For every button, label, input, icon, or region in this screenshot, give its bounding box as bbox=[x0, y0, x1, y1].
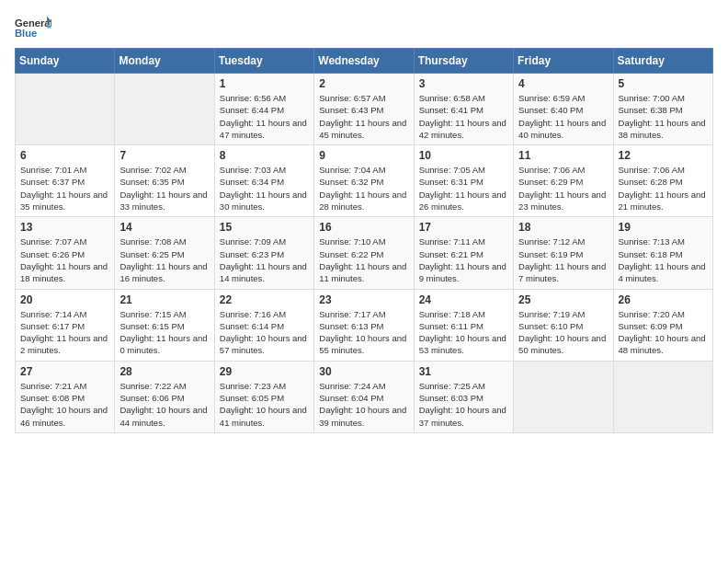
day-detail: Sunrise: 7:24 AMSunset: 6:04 PMDaylight:… bbox=[319, 380, 408, 429]
sunrise-text: Sunrise: 7:04 AM bbox=[319, 164, 408, 176]
sunset-text: Sunset: 6:11 PM bbox=[419, 320, 508, 332]
sunset-text: Sunset: 6:10 PM bbox=[518, 320, 608, 332]
day-detail: Sunrise: 7:16 AMSunset: 6:14 PMDaylight:… bbox=[220, 308, 309, 357]
calendar-cell: 17Sunrise: 7:11 AMSunset: 6:21 PMDayligh… bbox=[414, 217, 513, 289]
sunset-text: Sunset: 6:08 PM bbox=[20, 392, 109, 404]
sunrise-text: Sunrise: 7:10 AM bbox=[319, 236, 408, 247]
sunset-text: Sunset: 6:18 PM bbox=[619, 248, 708, 260]
sunset-text: Sunset: 6:13 PM bbox=[319, 320, 408, 332]
sunrise-text: Sunrise: 6:56 AM bbox=[220, 92, 309, 104]
daylight-text: Daylight: 11 hours and 28 minutes. bbox=[319, 189, 408, 213]
day-number: 21 bbox=[119, 293, 209, 306]
weekday-header-row: SundayMondayTuesdayWednesdayThursdayFrid… bbox=[16, 49, 713, 74]
weekday-header-thursday: Thursday bbox=[414, 49, 513, 74]
day-number: 25 bbox=[518, 293, 608, 306]
svg-text:General: General bbox=[15, 17, 51, 29]
day-detail: Sunrise: 7:00 AMSunset: 6:38 PMDaylight:… bbox=[619, 92, 708, 141]
daylight-text: Daylight: 10 hours and 55 minutes. bbox=[319, 332, 408, 357]
sunrise-text: Sunrise: 7:08 AM bbox=[119, 236, 209, 247]
sunrise-text: Sunrise: 6:57 AM bbox=[319, 92, 408, 104]
calendar-cell bbox=[613, 361, 712, 432]
day-detail: Sunrise: 7:04 AMSunset: 6:32 PMDaylight:… bbox=[319, 164, 408, 213]
sunrise-text: Sunrise: 7:02 AM bbox=[119, 164, 209, 176]
day-detail: Sunrise: 7:05 AMSunset: 6:31 PMDaylight:… bbox=[419, 164, 508, 213]
day-detail: Sunrise: 7:12 AMSunset: 6:19 PMDaylight:… bbox=[518, 236, 608, 284]
day-number: 14 bbox=[119, 221, 209, 234]
daylight-text: Daylight: 11 hours and 9 minutes. bbox=[419, 260, 508, 285]
sunrise-text: Sunrise: 7:19 AM bbox=[518, 308, 608, 320]
calendar-cell: 26Sunrise: 7:20 AMSunset: 6:09 PMDayligh… bbox=[613, 289, 712, 361]
day-number: 11 bbox=[518, 149, 608, 162]
calendar-cell: 3Sunrise: 6:58 AMSunset: 6:41 PMDaylight… bbox=[414, 74, 513, 145]
page-header: General Blue bbox=[15, 15, 713, 40]
day-number: 19 bbox=[619, 221, 708, 234]
day-number: 24 bbox=[419, 293, 508, 306]
sunset-text: Sunset: 6:09 PM bbox=[619, 320, 708, 332]
sunrise-text: Sunrise: 7:18 AM bbox=[419, 308, 508, 320]
daylight-text: Daylight: 10 hours and 44 minutes. bbox=[119, 404, 209, 429]
sunrise-text: Sunrise: 7:16 AM bbox=[220, 308, 309, 320]
day-number: 4 bbox=[518, 77, 608, 90]
sunrise-text: Sunrise: 7:12 AM bbox=[518, 236, 608, 247]
day-number: 10 bbox=[419, 149, 508, 162]
day-detail: Sunrise: 6:58 AMSunset: 6:41 PMDaylight:… bbox=[419, 92, 508, 141]
daylight-text: Daylight: 11 hours and 35 minutes. bbox=[20, 189, 109, 213]
sunset-text: Sunset: 6:37 PM bbox=[20, 176, 109, 188]
sunset-text: Sunset: 6:32 PM bbox=[319, 176, 408, 188]
calendar-cell: 15Sunrise: 7:09 AMSunset: 6:23 PMDayligh… bbox=[214, 217, 313, 289]
sunrise-text: Sunrise: 7:11 AM bbox=[419, 236, 508, 247]
sunset-text: Sunset: 6:35 PM bbox=[119, 176, 209, 188]
sunset-text: Sunset: 6:41 PM bbox=[419, 104, 508, 116]
daylight-text: Daylight: 10 hours and 39 minutes. bbox=[319, 404, 408, 429]
daylight-text: Daylight: 11 hours and 40 minutes. bbox=[518, 117, 608, 142]
sunrise-text: Sunrise: 7:22 AM bbox=[119, 380, 209, 392]
daylight-text: Daylight: 10 hours and 46 minutes. bbox=[20, 404, 109, 429]
weekday-header-saturday: Saturday bbox=[613, 49, 712, 74]
svg-text:Blue: Blue bbox=[15, 28, 37, 39]
sunrise-text: Sunrise: 7:05 AM bbox=[419, 164, 508, 176]
logo: General Blue bbox=[15, 15, 51, 40]
weekday-header-wednesday: Wednesday bbox=[314, 49, 414, 74]
sunset-text: Sunset: 6:22 PM bbox=[319, 248, 408, 260]
calendar-cell: 11Sunrise: 7:06 AMSunset: 6:29 PMDayligh… bbox=[514, 145, 613, 217]
weekday-header-sunday: Sunday bbox=[16, 49, 115, 74]
day-number: 23 bbox=[319, 293, 408, 306]
calendar-cell: 14Sunrise: 7:08 AMSunset: 6:25 PMDayligh… bbox=[115, 217, 214, 289]
daylight-text: Daylight: 11 hours and 30 minutes. bbox=[220, 189, 309, 213]
week-row-3: 13Sunrise: 7:07 AMSunset: 6:26 PMDayligh… bbox=[16, 217, 713, 289]
daylight-text: Daylight: 11 hours and 42 minutes. bbox=[419, 117, 508, 142]
sunset-text: Sunset: 6:19 PM bbox=[518, 248, 608, 260]
calendar-cell: 4Sunrise: 6:59 AMSunset: 6:40 PMDaylight… bbox=[514, 74, 613, 145]
calendar-cell: 9Sunrise: 7:04 AMSunset: 6:32 PMDaylight… bbox=[314, 145, 414, 217]
weekday-header-tuesday: Tuesday bbox=[214, 49, 313, 74]
sunset-text: Sunset: 6:25 PM bbox=[119, 248, 209, 260]
day-number: 16 bbox=[319, 221, 408, 234]
calendar-cell: 25Sunrise: 7:19 AMSunset: 6:10 PMDayligh… bbox=[514, 289, 613, 361]
sunset-text: Sunset: 6:28 PM bbox=[619, 176, 708, 188]
day-number: 26 bbox=[619, 293, 708, 306]
calendar-cell: 30Sunrise: 7:24 AMSunset: 6:04 PMDayligh… bbox=[314, 361, 414, 432]
daylight-text: Daylight: 11 hours and 23 minutes. bbox=[518, 189, 608, 213]
day-number: 1 bbox=[220, 77, 309, 90]
daylight-text: Daylight: 11 hours and 38 minutes. bbox=[619, 117, 708, 142]
day-detail: Sunrise: 7:03 AMSunset: 6:34 PMDaylight:… bbox=[220, 164, 309, 213]
day-number: 30 bbox=[319, 365, 408, 378]
day-detail: Sunrise: 7:08 AMSunset: 6:25 PMDaylight:… bbox=[119, 236, 209, 284]
day-detail: Sunrise: 7:10 AMSunset: 6:22 PMDaylight:… bbox=[319, 236, 408, 284]
day-number: 8 bbox=[220, 149, 309, 162]
sunset-text: Sunset: 6:40 PM bbox=[518, 104, 608, 116]
day-detail: Sunrise: 7:14 AMSunset: 6:17 PMDaylight:… bbox=[20, 308, 109, 357]
sunrise-text: Sunrise: 7:00 AM bbox=[619, 92, 708, 104]
calendar-cell: 18Sunrise: 7:12 AMSunset: 6:19 PMDayligh… bbox=[514, 217, 613, 289]
week-row-5: 27Sunrise: 7:21 AMSunset: 6:08 PMDayligh… bbox=[16, 361, 713, 432]
sunrise-text: Sunrise: 7:01 AM bbox=[20, 164, 109, 176]
day-detail: Sunrise: 7:07 AMSunset: 6:26 PMDaylight:… bbox=[20, 236, 109, 284]
calendar-table: SundayMondayTuesdayWednesdayThursdayFrid… bbox=[15, 48, 713, 433]
calendar-cell: 21Sunrise: 7:15 AMSunset: 6:15 PMDayligh… bbox=[115, 289, 214, 361]
day-detail: Sunrise: 7:17 AMSunset: 6:13 PMDaylight:… bbox=[319, 308, 408, 357]
daylight-text: Daylight: 11 hours and 14 minutes. bbox=[220, 260, 309, 285]
daylight-text: Daylight: 11 hours and 21 minutes. bbox=[619, 189, 708, 213]
calendar-cell: 12Sunrise: 7:06 AMSunset: 6:28 PMDayligh… bbox=[613, 145, 712, 217]
day-detail: Sunrise: 7:11 AMSunset: 6:21 PMDaylight:… bbox=[419, 236, 508, 284]
sunrise-text: Sunrise: 7:20 AM bbox=[619, 308, 708, 320]
